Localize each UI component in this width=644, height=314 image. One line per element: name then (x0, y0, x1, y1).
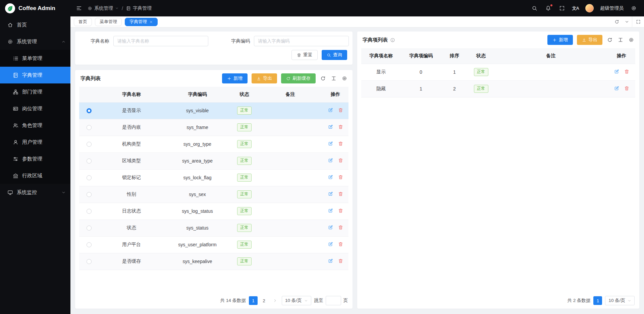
edit-icon[interactable] (328, 124, 333, 129)
page-button-2[interactable]: 2 (260, 296, 268, 305)
table-settings-gear-icon[interactable] (341, 75, 348, 82)
edit-icon[interactable] (328, 175, 333, 180)
sidebar-item-role-management[interactable]: 角色管理 (0, 117, 70, 134)
delete-icon[interactable] (338, 108, 343, 113)
dict-table-row[interactable]: 是否显示sys_visible正常 (79, 102, 348, 119)
add-dict-button[interactable]: 新增 (222, 73, 248, 83)
dict-name-input[interactable] (113, 36, 208, 46)
row-radio[interactable] (87, 159, 92, 164)
dict-table-row[interactable]: 性别sys_sex正常 (79, 186, 348, 203)
tab-options-chevron-icon[interactable] (622, 16, 632, 27)
item-name-cell: 隐藏 (361, 80, 401, 97)
translate-icon[interactable]: 文A (572, 5, 579, 12)
row-radio[interactable] (87, 108, 92, 113)
edit-icon[interactable] (328, 158, 333, 163)
tab-dict-management[interactable]: 字典管理 (125, 18, 158, 26)
collapse-sidebar-icon[interactable] (75, 5, 83, 12)
sidebar-item-dict-management[interactable]: 字典管理 (0, 67, 70, 83)
table-settings-gear-icon[interactable] (628, 37, 635, 43)
delete-icon[interactable] (338, 258, 343, 263)
dict-table-row[interactable]: 状态sys_status正常 (79, 219, 348, 236)
delete-icon[interactable] (338, 225, 343, 230)
info-icon[interactable] (390, 38, 395, 43)
sidebar-item-menu-management[interactable]: 菜单管理 (0, 50, 70, 67)
dict-table-row[interactable]: 日志状态sys_log_status正常 (79, 203, 348, 219)
tab-home[interactable]: 首页 (74, 18, 92, 26)
fullscreen-icon[interactable] (558, 5, 566, 12)
user-avatar[interactable] (585, 4, 594, 12)
edit-icon[interactable] (614, 86, 619, 91)
delete-icon[interactable] (338, 158, 343, 163)
dict-table-row[interactable]: 用户平台sys_user_platform正常 (79, 236, 348, 253)
edit-icon[interactable] (614, 69, 619, 74)
row-radio[interactable] (87, 242, 92, 247)
page-button-1[interactable]: 1 (593, 296, 602, 305)
breadcrumb-system-management[interactable]: 系统管理 (88, 5, 119, 11)
settings-gear-icon[interactable] (630, 5, 637, 12)
search-icon[interactable] (531, 5, 538, 12)
username[interactable]: 超级管理员 (600, 5, 624, 11)
delete-icon[interactable] (624, 86, 629, 91)
sidebar-item-admin-region[interactable]: 行政区域 (0, 167, 70, 184)
sidebar-item-system-management[interactable]: 系统管理 (0, 33, 70, 50)
dict-table-row[interactable]: 是否内嵌sys_frame正常 (79, 119, 348, 136)
edit-icon[interactable] (328, 191, 333, 196)
edit-icon[interactable] (328, 258, 333, 263)
dict-item-table-row[interactable]: 隐藏12正常 (361, 80, 635, 97)
row-radio[interactable] (87, 192, 92, 197)
delete-icon[interactable] (338, 242, 343, 247)
edit-icon[interactable] (328, 242, 333, 247)
row-radio[interactable] (87, 259, 92, 264)
next-page-icon[interactable] (271, 296, 279, 305)
row-radio[interactable] (87, 175, 92, 180)
coffee-leaf-logo-icon (5, 3, 15, 13)
reset-button[interactable]: 重置 (291, 50, 318, 60)
edit-icon[interactable] (328, 225, 333, 230)
query-button[interactable]: 查询 (322, 50, 347, 60)
dict-table-row[interactable]: 锁定标记sys_lock_flag正常 (79, 169, 348, 186)
dict-table-row[interactable]: 是否缓存sys_keepalive正常 (79, 253, 348, 270)
row-radio[interactable] (87, 209, 92, 214)
close-tab-icon[interactable] (149, 20, 153, 24)
jump-page-input[interactable] (326, 296, 341, 305)
dict-table-row[interactable]: 机构类型sys_org_type正常 (79, 136, 348, 152)
page-size-select[interactable]: 10 条/页 (282, 296, 311, 305)
delete-icon[interactable] (338, 191, 343, 196)
notification-bell-icon[interactable] (545, 5, 552, 12)
column-settings-icon[interactable] (617, 37, 624, 43)
page-button-1[interactable]: 1 (249, 296, 258, 305)
sidebar-item-home[interactable]: 首页 (0, 16, 70, 33)
content-fullscreen-icon[interactable] (632, 16, 644, 27)
export-dict-button[interactable]: 导出 (252, 73, 277, 83)
row-radio[interactable] (87, 142, 92, 147)
add-dict-item-button[interactable]: 新增 (547, 35, 573, 45)
dict-code-input[interactable] (254, 36, 349, 46)
reload-table-icon[interactable] (320, 75, 326, 82)
delete-icon[interactable] (338, 208, 343, 213)
delete-icon[interactable] (338, 124, 343, 129)
page-size-select[interactable]: 10 条/页 (605, 296, 635, 305)
edit-icon[interactable] (328, 141, 333, 146)
delete-icon[interactable] (338, 141, 343, 146)
export-dict-item-button[interactable]: 导出 (577, 35, 602, 45)
refresh-page-icon[interactable] (612, 16, 622, 27)
reload-table-icon[interactable] (606, 37, 613, 43)
edit-icon[interactable] (328, 108, 333, 113)
sidebar-item-user-management[interactable]: 用户管理 (0, 134, 70, 150)
sidebar-item-dept-management[interactable]: 部门管理 (0, 83, 70, 100)
tab-menu-management[interactable]: 菜单管理 (95, 18, 122, 26)
brand[interactable]: Coffee Admin (0, 0, 70, 16)
sidebar-item-param-management[interactable]: 参数管理 (0, 150, 70, 167)
delete-icon[interactable] (624, 69, 629, 74)
sidebar-item-system-monitor[interactable]: 系统监控 (0, 184, 70, 201)
breadcrumb-dict-management[interactable]: 字典管理 (126, 5, 152, 11)
delete-icon[interactable] (338, 175, 343, 180)
dict-item-table-row[interactable]: 显示01正常 (361, 64, 635, 80)
sidebar-item-post-management[interactable]: 岗位管理 (0, 100, 70, 117)
row-radio[interactable] (87, 125, 92, 130)
row-radio[interactable] (87, 226, 92, 231)
dict-table-row[interactable]: 区域类型sys_area_type正常 (79, 152, 348, 169)
column-settings-icon[interactable] (330, 75, 337, 82)
edit-icon[interactable] (328, 208, 333, 213)
refresh-cache-button[interactable]: 刷新缓存 (281, 73, 316, 83)
